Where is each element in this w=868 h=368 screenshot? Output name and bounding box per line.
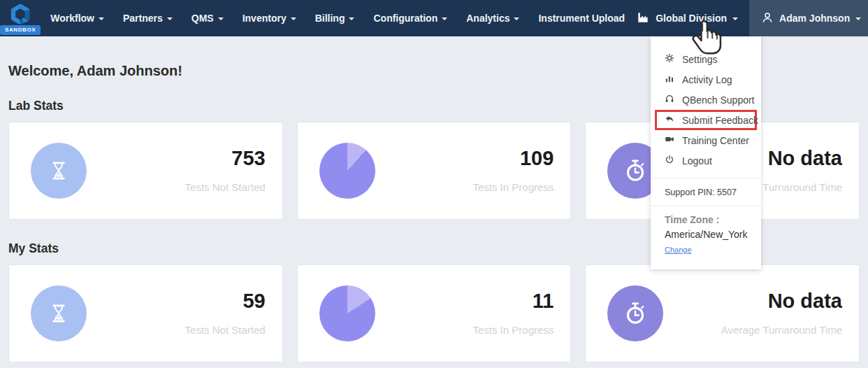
stat-card-tests-in-progress: 11 Tests In Progress [297,264,572,362]
stat-value: No data [721,291,842,311]
pie-chart-icon [319,285,375,341]
chevron-down-icon [855,17,861,20]
gear-icon [665,53,674,65]
stat-card-turnaround-time: No data Average Turnaround Time [585,264,860,362]
stat-caption: Tests In Progress [472,181,554,193]
timezone-block: Time Zone : America/New_York Change [651,206,761,269]
stat-value: 11 [472,291,554,311]
chevron-down-icon [732,17,738,20]
stat-block: 753 Tests Not Started [185,148,266,193]
stat-card-tests-not-started: 59 Tests Not Started [8,264,283,362]
chevron-down-icon [218,17,224,20]
user-dropdown-menu: Settings Activity Log QBench Support Sub… [651,36,761,269]
nav-item-configuration[interactable]: Configuration [373,13,447,24]
nav-item-workflow[interactable]: Workflow [50,13,104,24]
stat-value: 109 [472,148,554,169]
navbar-right: Global Division Adam Johnson [625,0,868,36]
user-menu-button[interactable]: Adam Johnson [749,0,868,36]
my-stats-cards: 59 Tests Not Started 11 Tests In Progres… [8,264,860,362]
timezone-value: America/New_York [665,229,747,240]
stat-block: 59 Tests Not Started [185,291,266,336]
chevron-down-icon [514,17,519,20]
nav-item-analytics[interactable]: Analytics [466,13,519,24]
menu-item-qbench-support[interactable]: QBench Support [651,90,761,110]
stat-block: 11 Tests In Progress [472,291,554,336]
stat-caption: Tests Not Started [185,181,266,193]
division-selector[interactable]: Global Division [625,10,749,27]
nav-item-partners[interactable]: Partners [123,13,173,24]
chevron-down-icon [167,17,173,20]
stat-card-tests-not-started: 753 Tests Not Started [8,122,283,220]
nav-item-instrument-upload[interactable]: Instrument Upload [538,13,625,24]
sandbox-badge: SANDBOX [0,25,41,35]
chevron-down-icon [349,17,354,20]
stat-card-tests-in-progress: 109 Tests In Progress [297,122,572,220]
chevron-down-icon [442,17,447,20]
qbench-logo-icon [8,3,32,24]
qbench-logo[interactable]: SANDBOX [0,0,41,36]
stat-caption: Tests Not Started [185,324,266,336]
menu-item-settings[interactable]: Settings [651,49,761,69]
top-navbar: SANDBOX Workflow Partners QMS Inventory … [0,0,868,36]
stat-block: No data Average Turnaround Time [721,291,842,336]
video-camera-icon [665,134,674,146]
nav-item-inventory[interactable]: Inventory [243,13,296,24]
hourglass-icon [31,143,87,199]
bar-chart-icon [665,73,674,85]
menu-item-activity-log[interactable]: Activity Log [651,69,761,90]
power-icon [665,155,674,167]
menu-item-training-center[interactable]: Training Center [651,130,761,150]
menu-item-logout[interactable]: Logout [651,150,761,171]
pie-chart-icon [319,143,375,199]
stat-value: 59 [185,291,266,311]
stat-caption: Tests In Progress [472,324,554,336]
person-icon [761,11,774,26]
reply-arrow-icon [665,114,674,126]
timezone-label: Time Zone : [665,214,747,225]
chevron-down-icon [291,17,296,20]
timezone-change-link[interactable]: Change [665,246,692,254]
stat-block: 109 Tests In Progress [472,148,554,193]
menu-item-submit-feedback[interactable]: Submit Feedback [655,110,757,130]
stat-caption: Average Turnaround Time [721,324,842,336]
hourglass-icon [31,285,87,341]
support-pin: Support PIN: 5507 [651,178,761,206]
stopwatch-icon [607,285,663,341]
chevron-down-icon [99,17,104,20]
nav-item-billing[interactable]: Billing [315,13,355,24]
nav-item-qms[interactable]: QMS [191,13,224,24]
headset-icon [665,94,674,106]
main-nav: Workflow Partners QMS Inventory Billing … [50,13,625,24]
stat-value: 753 [185,148,266,169]
factory-icon [636,10,650,27]
